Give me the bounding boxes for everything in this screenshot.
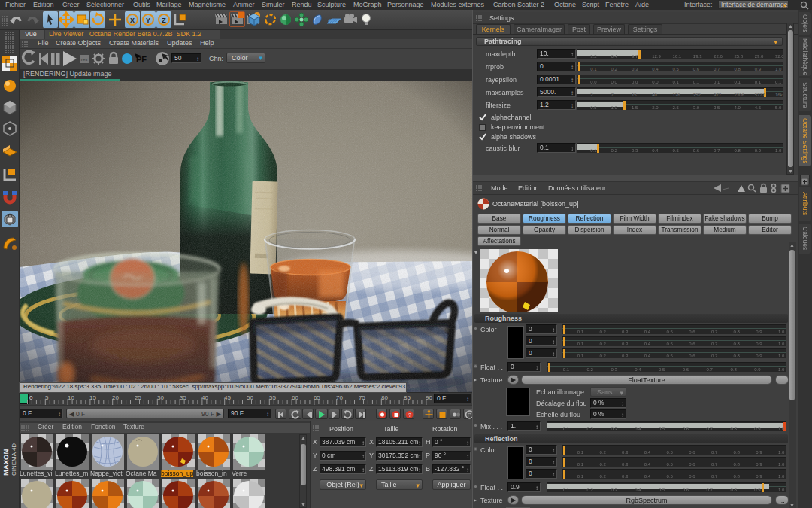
svg-text:X: X: [130, 17, 135, 24]
svg-text:?: ?: [408, 412, 411, 418]
svg-text:P: P: [468, 412, 471, 418]
svg-text:MAXON: MAXON: [2, 449, 10, 476]
svg-text:CINEMA 4D: CINEMA 4D: [11, 443, 17, 476]
svg-text:Z: Z: [162, 17, 166, 24]
svg-text:res: res: [81, 57, 87, 62]
svg-text:Y: Y: [146, 17, 150, 24]
